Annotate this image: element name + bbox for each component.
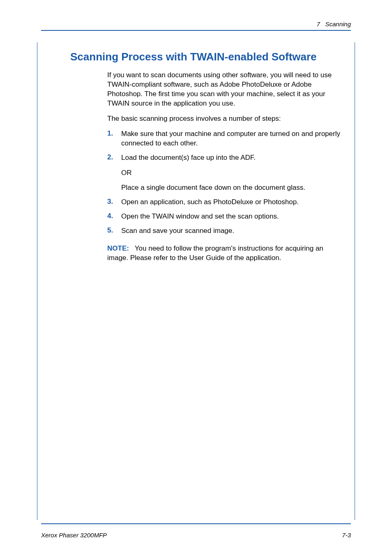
- content-frame: Scanning Process with TWAIN-enabled Soft…: [37, 42, 355, 520]
- intro-paragraph: If you want to scan documents using othe…: [107, 71, 346, 108]
- step-text: Load the document(s) face up into the AD…: [121, 153, 346, 193]
- section-heading: Scanning Process with TWAIN-enabled Soft…: [70, 51, 346, 63]
- lead-in: The basic scanning process involves a nu…: [107, 114, 346, 124]
- chapter-number: 7: [317, 21, 320, 28]
- footer-product: Xerox Phaser 3200MFP: [41, 532, 107, 539]
- step-text-main: Load the document(s) face up into the AD…: [121, 154, 256, 161]
- step-number: 2.: [107, 153, 115, 161]
- footer-rule: [41, 523, 351, 524]
- step-number: 1.: [107, 129, 115, 138]
- step-number: 4.: [107, 212, 115, 220]
- header-rule: [41, 30, 351, 31]
- step-item: 1. Make sure that your machine and compu…: [107, 129, 346, 148]
- step-text: Open the TWAIN window and set the scan o…: [121, 212, 346, 221]
- step-number: 3.: [107, 198, 115, 206]
- note-paragraph: NOTE: You need to follow the program's i…: [107, 244, 346, 263]
- body: If you want to scan documents using othe…: [70, 71, 346, 263]
- step-item: 3. Open an application, such as PhotoDel…: [107, 198, 346, 207]
- content: Scanning Process with TWAIN-enabled Soft…: [37, 42, 346, 263]
- chapter-title: Scanning: [325, 21, 351, 28]
- steps-list: 1. Make sure that your machine and compu…: [107, 129, 346, 236]
- note-text: You need to follow the program's instruc…: [107, 244, 323, 262]
- step-item: 4. Open the TWAIN window and set the sca…: [107, 212, 346, 221]
- note-label: NOTE:: [107, 244, 129, 252]
- step-alt: Place a single document face down on the…: [121, 183, 346, 193]
- document-page: 7 Scanning Scanning Process with TWAIN-e…: [0, 0, 392, 555]
- step-text: Scan and save your scanned image.: [121, 226, 346, 236]
- step-item: 2. Load the document(s) face up into the…: [107, 153, 346, 193]
- step-item: 5. Scan and save your scanned image.: [107, 226, 346, 236]
- footer-wrap: Xerox Phaser 3200MFP 7-3: [41, 520, 351, 539]
- header-spacer: [320, 21, 325, 28]
- footer-page-number: 7-3: [342, 532, 351, 539]
- step-text: Open an application, such as PhotoDeluxe…: [121, 198, 346, 207]
- step-number: 5.: [107, 226, 115, 235]
- step-or: OR: [121, 168, 346, 178]
- note-spacer: [131, 244, 135, 252]
- page-header: 7 Scanning: [41, 21, 351, 30]
- step-text: Make sure that your machine and computer…: [121, 129, 346, 148]
- page-footer: Xerox Phaser 3200MFP 7-3: [41, 529, 351, 539]
